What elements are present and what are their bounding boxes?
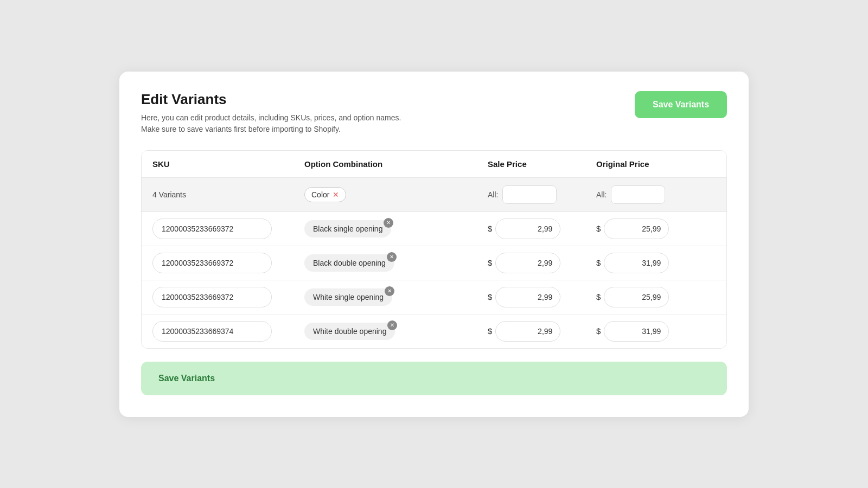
color-tag-remove[interactable]: ✕ xyxy=(333,191,339,198)
table-row: White double opening ✕ $ $ xyxy=(142,314,726,348)
col-sale-header: Sale Price xyxy=(488,159,596,169)
original-dollar-sign-0: $ xyxy=(596,224,601,233)
all-original-label: All: xyxy=(596,190,607,199)
option-cell-1: Black double opening ✕ xyxy=(304,254,488,272)
option-remove-3[interactable]: ✕ xyxy=(387,320,397,330)
sale-price-input-2[interactable] xyxy=(495,287,560,307)
sku-cell-1 xyxy=(152,253,304,273)
edit-variants-card: Edit Variants Here, you can edit product… xyxy=(119,72,749,417)
header-text: Edit Variants Here, you can edit product… xyxy=(141,91,401,135)
original-price-input-3[interactable] xyxy=(604,321,669,342)
option-cell-3: White double opening ✕ xyxy=(304,323,488,340)
all-original-price-input[interactable] xyxy=(611,185,665,204)
option-tag-3: White double opening ✕ xyxy=(304,323,395,340)
original-price-cell-2: $ xyxy=(596,287,716,307)
page-description: Here, you can edit product details, incl… xyxy=(141,112,401,135)
all-sale-label: All: xyxy=(488,190,498,199)
sku-input-2[interactable] xyxy=(152,287,272,307)
sale-price-cell-1: $ xyxy=(488,253,596,273)
variant-rows-container: Black single opening ✕ $ $ Black double … xyxy=(142,212,726,348)
sale-price-cell-3: $ xyxy=(488,321,596,342)
variants-summary-row: 4 Variants Color ✕ All: All: xyxy=(142,178,726,212)
sale-price-input-1[interactable] xyxy=(495,253,560,273)
save-variants-button-bottom[interactable]: Save Variants xyxy=(141,362,727,395)
sku-cell-0 xyxy=(152,219,304,239)
original-dollar-sign-1: $ xyxy=(596,258,601,267)
sku-cell-3 xyxy=(152,321,304,342)
table-row: White single opening ✕ $ $ xyxy=(142,280,726,314)
original-price-input-0[interactable] xyxy=(604,219,669,239)
col-option-header: Option Combination xyxy=(304,159,488,169)
color-tag-label: Color xyxy=(311,190,329,199)
sale-price-input-3[interactable] xyxy=(495,321,560,342)
sku-input-1[interactable] xyxy=(152,253,272,273)
table-header: SKU Option Combination Sale Price Origin… xyxy=(142,151,726,178)
save-variants-button-top[interactable]: Save Variants xyxy=(635,91,727,118)
original-dollar-sign-3: $ xyxy=(596,326,601,336)
option-remove-1[interactable]: ✕ xyxy=(387,252,397,262)
original-price-cell-3: $ xyxy=(596,321,716,342)
color-tag[interactable]: Color ✕ xyxy=(304,187,346,202)
original-dollar-sign-2: $ xyxy=(596,292,601,301)
original-price-cell-0: $ xyxy=(596,219,716,239)
option-label-0: Black single opening xyxy=(313,224,382,233)
option-tag-0: Black single opening ✕ xyxy=(304,220,391,237)
page-title: Edit Variants xyxy=(141,91,401,108)
variants-table: SKU Option Combination Sale Price Origin… xyxy=(141,150,727,349)
description-line1: Here, you can edit product details, incl… xyxy=(141,113,401,122)
sku-input-0[interactable] xyxy=(152,219,272,239)
col-sku-header: SKU xyxy=(152,159,304,169)
sale-price-cell-0: $ xyxy=(488,219,596,239)
option-remove-0[interactable]: ✕ xyxy=(384,218,393,228)
original-price-input-1[interactable] xyxy=(604,253,669,273)
variants-count: 4 Variants xyxy=(152,190,304,199)
sale-dollar-sign-3: $ xyxy=(488,326,492,336)
option-tag-2: White single opening ✕ xyxy=(304,288,392,306)
option-cell-0: Black single opening ✕ xyxy=(304,220,488,237)
card-header: Edit Variants Here, you can edit product… xyxy=(141,91,727,135)
sale-dollar-sign-0: $ xyxy=(488,224,492,233)
option-label-2: White single opening xyxy=(313,293,384,301)
sku-input-3[interactable] xyxy=(152,321,272,342)
all-sale-price-input[interactable] xyxy=(502,185,557,204)
option-remove-2[interactable]: ✕ xyxy=(385,286,394,296)
col-original-header: Original Price xyxy=(596,159,716,169)
table-row: Black double opening ✕ $ $ xyxy=(142,246,726,280)
sale-dollar-sign-2: $ xyxy=(488,292,492,301)
option-label-3: White double opening xyxy=(313,327,386,336)
sale-dollar-sign-1: $ xyxy=(488,258,492,267)
sale-price-input-0[interactable] xyxy=(495,219,560,239)
description-line2: Make sure to save variants first before … xyxy=(141,125,341,133)
sale-price-cell-2: $ xyxy=(488,287,596,307)
option-tag-1: Black double opening ✕ xyxy=(304,254,394,272)
sku-cell-2 xyxy=(152,287,304,307)
all-original-price-group: All: xyxy=(596,185,716,204)
all-sale-price-group: All: xyxy=(488,185,596,204)
original-price-input-2[interactable] xyxy=(604,287,669,307)
color-filter: Color ✕ xyxy=(304,187,488,202)
table-row: Black single opening ✕ $ $ xyxy=(142,212,726,246)
option-cell-2: White single opening ✕ xyxy=(304,288,488,306)
option-label-1: Black double opening xyxy=(313,259,386,267)
original-price-cell-1: $ xyxy=(596,253,716,273)
